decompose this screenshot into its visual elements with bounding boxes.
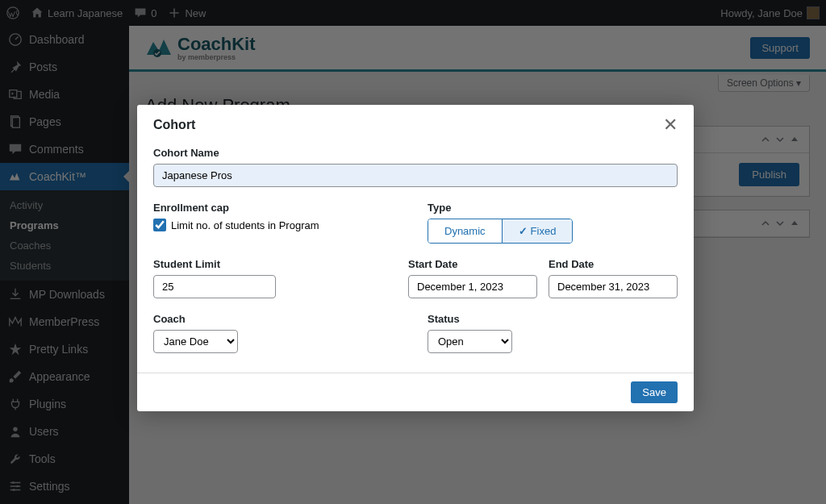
start-date-label: Start Date (408, 258, 537, 270)
status-select[interactable]: Open (428, 330, 512, 353)
type-toggle: Dynamic ✓Fixed (428, 219, 573, 244)
type-fixed-button[interactable]: ✓Fixed (503, 219, 573, 243)
limit-checkbox[interactable] (153, 219, 166, 231)
coach-select[interactable]: Jane Doe (153, 330, 238, 353)
check-icon: ✓ (519, 225, 528, 237)
end-date-input[interactable] (549, 275, 678, 298)
modal-title: Cohort (153, 118, 195, 132)
type-dynamic-button[interactable]: Dynamic (428, 219, 503, 243)
cohort-modal: Cohort ✕ Cohort Name Enrollment cap Limi… (137, 105, 694, 411)
coach-label: Coach (153, 313, 403, 325)
start-date-input[interactable] (408, 275, 537, 298)
save-button[interactable]: Save (631, 381, 678, 403)
cohort-name-input[interactable] (153, 164, 678, 187)
type-label: Type (428, 202, 678, 214)
limit-checkbox-label: Limit no. of students in Program (171, 219, 319, 231)
enrollment-cap-label: Enrollment cap (153, 202, 403, 214)
status-label: Status (428, 313, 678, 325)
cohort-name-label: Cohort Name (153, 147, 678, 159)
close-icon[interactable]: ✕ (663, 116, 678, 134)
student-limit-input[interactable] (153, 275, 276, 298)
student-limit-label: Student Limit (153, 258, 384, 270)
end-date-label: End Date (549, 258, 678, 270)
